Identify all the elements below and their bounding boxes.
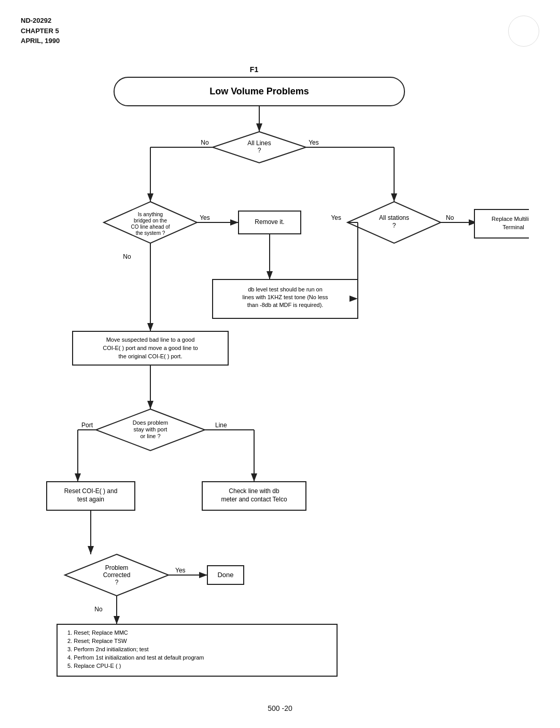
svg-text:2.  Reset;  Replace TSW: 2. Reset; Replace TSW xyxy=(67,638,127,644)
start-box-label: Low Volume Problems xyxy=(209,86,309,96)
svg-text:Remove it.: Remove it. xyxy=(255,218,284,226)
svg-text:Is anything: Is anything xyxy=(138,212,163,217)
d5-no-label: No xyxy=(94,606,103,613)
svg-text:Done: Done xyxy=(217,571,233,579)
svg-text:lines with 1KHZ test tone (No : lines with 1KHZ test tone (No less xyxy=(242,294,328,300)
d2-yes-label: Yes xyxy=(200,214,210,221)
svg-text:test again: test again xyxy=(77,496,104,503)
svg-text:Move suspected bad line to a g: Move suspected bad line to a good xyxy=(106,337,195,343)
header-line3: APRIL, 1990 xyxy=(21,36,539,46)
port-label: Port xyxy=(81,422,93,429)
svg-text:4.  Perfrom 1st initialization: 4. Perfrom 1st initialization and test a… xyxy=(67,654,204,661)
svg-text:1.  Reset;  Replace MMC: 1. Reset; Replace MMC xyxy=(67,629,128,636)
header-line1: ND-20292 xyxy=(21,16,539,26)
svg-text:Terminal: Terminal xyxy=(502,224,524,230)
d1-no-label: No xyxy=(201,139,209,146)
svg-text:?: ? xyxy=(393,222,396,229)
header-line2: CHAPTER 5 xyxy=(21,26,539,36)
svg-text:CO line ahead of: CO line ahead of xyxy=(131,224,170,230)
svg-text:or line ?: or line ? xyxy=(140,433,160,439)
svg-text:Replace Multiline: Replace Multiline xyxy=(492,216,529,222)
d3-yes-label: Yes xyxy=(331,214,341,221)
svg-text:the original COI-E( ) port.: the original COI-E( ) port. xyxy=(119,353,183,359)
svg-text:bridged on the: bridged on the xyxy=(134,218,167,223)
svg-text:All Lines: All Lines xyxy=(247,139,271,147)
figure-label: F1 xyxy=(250,65,259,74)
svg-text:3.  Perform 2nd initialization: 3. Perform 2nd initialization; test xyxy=(67,646,149,652)
page: ND-20292 CHAPTER 5 APRIL, 1990 F1 Low Vo… xyxy=(0,0,560,728)
svg-text:Corrected: Corrected xyxy=(103,571,131,579)
svg-text:All stations: All stations xyxy=(379,214,409,221)
svg-text:COI-E( ) port and move a good : COI-E( ) port and move a good line to xyxy=(103,345,198,351)
flowchart-diagram: F1 Low Volume Problems All Lines ? No Ye… xyxy=(31,57,529,710)
d3-no-label: No xyxy=(446,214,454,221)
svg-text:Does problem: Does problem xyxy=(133,419,168,426)
page-number: 500 -20 xyxy=(268,704,292,712)
svg-text:db level test should be run on: db level test should be run on xyxy=(248,286,323,292)
svg-text:Reset COI-E( ) and: Reset COI-E( ) and xyxy=(64,487,118,495)
d2-no-label: No xyxy=(123,253,131,260)
svg-text:5.  Replace CPU-E ( ): 5. Replace CPU-E ( ) xyxy=(67,663,121,669)
svg-text:stay with port: stay with port xyxy=(134,426,167,432)
corner-decoration xyxy=(508,16,539,47)
svg-text:?: ? xyxy=(115,579,119,586)
svg-text:?: ? xyxy=(258,147,261,154)
svg-text:meter and contact Telco: meter and contact Telco xyxy=(221,496,287,503)
header-info: ND-20292 CHAPTER 5 APRIL, 1990 xyxy=(21,16,539,46)
svg-text:the system ?: the system ? xyxy=(136,230,165,236)
line-label: Line xyxy=(215,422,227,429)
flowchart-svg: F1 Low Volume Problems All Lines ? No Ye… xyxy=(31,57,529,710)
d1-yes-label: Yes xyxy=(309,139,319,146)
svg-text:than -8db at MDF is required).: than -8db at MDF is required). xyxy=(247,302,324,308)
svg-text:Check line with db: Check line with db xyxy=(229,487,279,495)
d5-yes-label: Yes xyxy=(175,567,186,574)
svg-text:Problem: Problem xyxy=(105,564,129,571)
